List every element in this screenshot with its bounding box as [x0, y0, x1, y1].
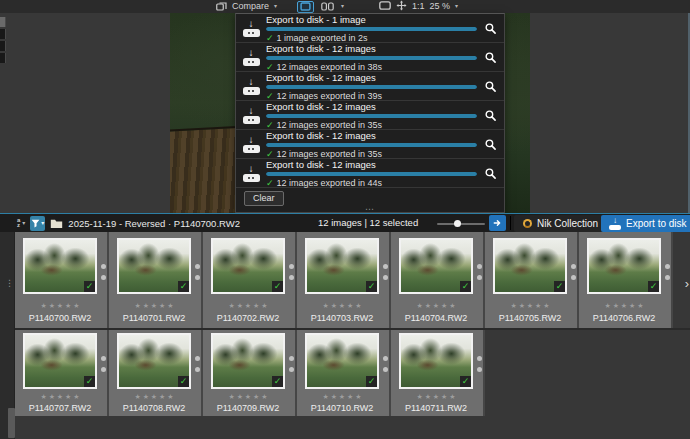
thumbnail-cell[interactable]: ✓★ ★ ★ ★ ★P1140703.RW2 [297, 232, 391, 328]
photo-thumbnail[interactable]: ✓ [117, 238, 191, 294]
star-rating[interactable]: ★ ★ ★ ★ ★ [203, 393, 293, 401]
star-rating[interactable]: ★ ★ ★ ★ ★ [297, 393, 387, 401]
panel-resize-grip-icon[interactable]: ⋯ [236, 205, 504, 213]
thumbnail-cell[interactable]: ✓★ ★ ★ ★ ★P1140702.RW2 [203, 232, 297, 328]
scroll-right-icon[interactable]: › [685, 276, 689, 291]
photo-thumbnail[interactable]: ✓ [587, 238, 661, 294]
thumbnail-cell[interactable]: ✓★ ★ ★ ★ ★P1140705.RW2 [485, 232, 579, 328]
export-task-title: Export to disk - 12 images [266, 44, 477, 54]
thumbnail-cell[interactable]: ✓★ ★ ★ ★ ★P1140706.RW2 [579, 232, 673, 328]
magnifier-icon[interactable] [477, 80, 504, 93]
thumbnail-cell[interactable]: ✓★ ★ ★ ★ ★P1140711.RW2 [391, 330, 485, 416]
star-rating[interactable]: ★ ★ ★ ★ ★ [109, 393, 199, 401]
thumbnail-filename: P1140702.RW2 [203, 313, 293, 323]
sort-caret-icon: ▾ [22, 217, 25, 230]
zoom-percent-value[interactable]: 25 % [430, 0, 451, 13]
filmstrip-panel-toggle-button[interactable] [489, 215, 506, 231]
export-to-disk-icon: ↓ [236, 136, 266, 153]
thumbnail-cell[interactable]: ✓★ ★ ★ ★ ★P1140700.RW2 [15, 232, 109, 328]
status-dots-icon [289, 356, 294, 378]
pan-move-icon[interactable] [396, 0, 407, 13]
export-progress-panel: ↓Export to disk - 1 image✓1 image export… [235, 13, 505, 213]
thumbnail-filename: P1140701.RW2 [109, 313, 199, 323]
filmstrip-toolbar: az ▾ ▾ 2025-11-19 - Reversed · P1140700.… [0, 213, 690, 232]
star-rating[interactable]: ★ ★ ★ ★ ★ [391, 302, 481, 310]
export-progress-bar [266, 56, 477, 60]
star-rating[interactable]: ★ ★ ★ ★ ★ [297, 302, 387, 310]
compare-icon[interactable] [216, 1, 227, 13]
left-panel-edge-thumbnails[interactable] [0, 17, 7, 65]
thumbnail-filename: P1140710.RW2 [297, 403, 387, 413]
magnifier-icon[interactable] [477, 51, 504, 64]
slider-track[interactable] [437, 223, 485, 225]
compare-label[interactable]: Compare [232, 0, 269, 13]
magnifier-icon[interactable] [477, 109, 504, 122]
thumbnail-cell[interactable]: ✓★ ★ ★ ★ ★P1140710.RW2 [297, 330, 391, 416]
slider-thumb[interactable] [454, 220, 461, 227]
status-dots-icon [195, 264, 200, 286]
thumbnail-cell[interactable]: ✓★ ★ ★ ★ ★P1140701.RW2 [109, 232, 203, 328]
photo-thumbnail[interactable]: ✓ [23, 238, 97, 294]
star-rating[interactable]: ★ ★ ★ ★ ★ [15, 393, 105, 401]
star-rating[interactable]: ★ ★ ★ ★ ★ [15, 302, 105, 310]
filmstrip-left-edge[interactable]: ⋮ [0, 232, 15, 439]
collapsed-panel-tab[interactable] [8, 408, 15, 438]
thumbnail-cell[interactable]: ✓★ ★ ★ ★ ★P1140704.RW2 [391, 232, 485, 328]
star-rating[interactable]: ★ ★ ★ ★ ★ [109, 302, 199, 310]
status-dots-icon [101, 356, 106, 378]
compare-caret-icon[interactable]: ▾ [274, 0, 277, 13]
clear-button[interactable]: Clear [244, 191, 284, 206]
star-rating[interactable]: ★ ★ ★ ★ ★ [391, 393, 481, 401]
photo-thumbnail[interactable]: ✓ [211, 333, 285, 389]
star-rating[interactable]: ★ ★ ★ ★ ★ [485, 302, 575, 310]
thumbnail-filename: P1140708.RW2 [109, 403, 199, 413]
right-arrow-icon [493, 218, 503, 228]
export-task-title: Export to disk - 12 images [266, 131, 477, 141]
magnifier-icon[interactable] [477, 167, 504, 180]
photo-thumbnail[interactable]: ✓ [117, 333, 191, 389]
photo-thumbnail[interactable]: ✓ [399, 333, 473, 389]
status-dots-icon [101, 264, 106, 286]
export-to-disk-icon: ↓ [236, 49, 266, 66]
success-check-icon: ✓ [266, 62, 274, 72]
nik-collection-button[interactable]: Nik Collection [514, 215, 607, 232]
processed-check-badge: ✓ [366, 281, 377, 292]
photo-thumbnail[interactable]: ✓ [399, 238, 473, 294]
sort-button[interactable]: az ▾ [17, 217, 25, 230]
photo-thumbnail[interactable]: ✓ [23, 333, 97, 389]
status-dots-icon [665, 264, 670, 286]
export-to-disk-button[interactable]: ↓ Export to disk [601, 215, 690, 232]
export-progress-bar [266, 85, 477, 89]
status-dots-icon [477, 264, 482, 286]
photolab-window: Compare ▾ ▾ 1:1 25 % ▾ ↓Export to disk -… [0, 0, 690, 439]
thumbnail-cell[interactable]: ✓★ ★ ★ ★ ★P1140709.RW2 [203, 330, 297, 416]
thumbnail-filename: P1140703.RW2 [297, 313, 387, 323]
photo-thumbnail[interactable]: ✓ [211, 238, 285, 294]
thumbnail-cell[interactable]: ✓★ ★ ★ ★ ★P1140708.RW2 [109, 330, 203, 416]
export-task-title: Export to disk - 12 images [266, 73, 477, 83]
star-rating[interactable]: ★ ★ ★ ★ ★ [203, 302, 293, 310]
magnifier-icon[interactable] [477, 138, 504, 151]
thumbnail-size-slider[interactable] [437, 222, 485, 225]
zoom-caret-icon[interactable]: ▾ [455, 0, 458, 13]
filter-button[interactable]: ▾ [30, 216, 45, 231]
split-view-button[interactable] [319, 1, 336, 13]
export-task-status: ✓12 images exported in 38s [266, 62, 477, 72]
photo-thumbnail[interactable]: ✓ [493, 238, 567, 294]
export-task-status: ✓12 images exported in 35s [266, 149, 477, 159]
star-rating[interactable]: ★ ★ ★ ★ ★ [579, 302, 669, 310]
photo-thumbnail[interactable]: ✓ [305, 333, 379, 389]
status-dots-icon [195, 356, 200, 378]
view-mode-caret-icon[interactable]: ▾ [341, 0, 344, 13]
photo-thumbnail[interactable]: ✓ [305, 238, 379, 294]
fit-screen-icon[interactable] [379, 1, 391, 12]
nik-collection-icon [523, 219, 532, 228]
export-task-row: ↓Export to disk - 12 images✓12 images ex… [236, 130, 504, 159]
single-view-button[interactable] [297, 1, 314, 13]
export-task-status: ✓12 images exported in 39s [266, 91, 477, 101]
folder-icon [50, 218, 63, 229]
magnifier-icon[interactable] [477, 22, 504, 35]
export-task-status: ✓12 images exported in 44s [266, 178, 477, 188]
thumbnail-cell[interactable]: ✓★ ★ ★ ★ ★P1140707.RW2 [15, 330, 109, 416]
zoom-ratio-label[interactable]: 1:1 [412, 0, 425, 13]
